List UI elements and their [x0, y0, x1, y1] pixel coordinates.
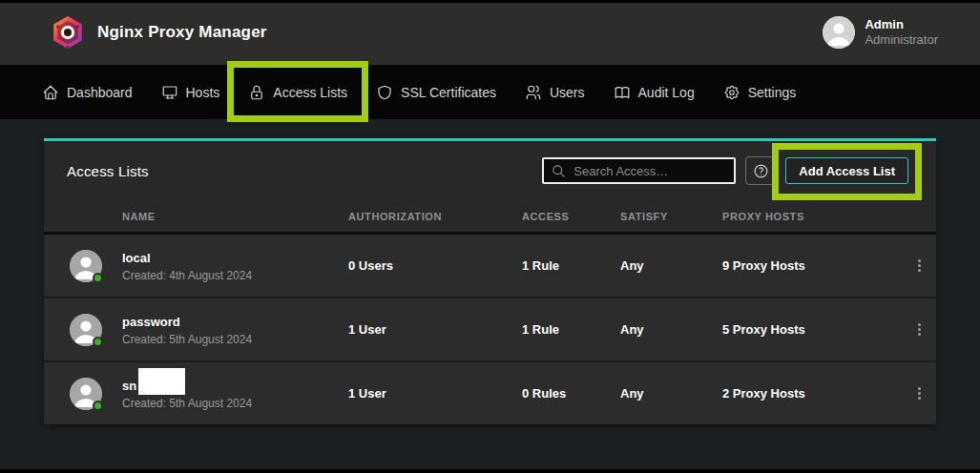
row-menu-button[interactable]: [912, 381, 927, 405]
lock-icon: [248, 84, 265, 101]
column-header-satisfy: Satisfy: [620, 211, 722, 222]
page-title: Access Lists: [67, 163, 149, 179]
nav-item-access-lists[interactable]: Access Lists: [237, 76, 359, 109]
authorization-value: 1 User: [348, 322, 522, 337]
satisfy-value: Any: [620, 258, 722, 273]
nav-item-settings[interactable]: Settings: [712, 76, 808, 109]
avatar: [70, 250, 102, 282]
nav-label: Settings: [748, 85, 797, 100]
created-date: Created: 5th August 2024: [122, 333, 348, 346]
column-header-name: Name: [122, 211, 348, 222]
access-lists-panel: Access Lists Add Access List Name: [44, 138, 936, 424]
nav-label: Hosts: [186, 85, 220, 100]
monitor-icon: [161, 84, 178, 101]
table-row-local: local Created: 4th August 2024 0 Users 1…: [44, 235, 936, 297]
nav-label: Dashboard: [67, 85, 133, 100]
satisfy-value: Any: [620, 386, 722, 401]
search-icon: [552, 164, 566, 178]
table-header: Name Authorization Access Satisfy Proxy …: [44, 200, 936, 232]
online-status-dot: [93, 273, 103, 283]
shield-icon: [376, 84, 393, 101]
access-list-name: local: [122, 251, 151, 265]
access-value: 1 Rule: [522, 258, 620, 273]
column-header-authorization: Authorization: [348, 211, 522, 222]
online-status-dot: [93, 337, 103, 347]
column-header-proxy-hosts: Proxy Hosts: [722, 211, 902, 222]
panel-header: Access Lists Add Access List: [44, 141, 936, 200]
search-input[interactable]: [573, 164, 726, 178]
gear-icon: [723, 84, 740, 101]
home-icon: [42, 84, 59, 101]
proxy-hosts-value: 5 Proxy Hosts: [722, 322, 902, 337]
user-menu[interactable]: Admin Administrator: [823, 16, 938, 49]
help-icon: [753, 163, 769, 179]
table-row-redacted: sn Created: 5th August 2024 1 User 0 Rul…: [44, 362, 936, 424]
user-name: Admin: [865, 17, 938, 32]
nav-item-audit-log[interactable]: Audit Log: [602, 76, 706, 109]
created-date: Created: 4th August 2024: [122, 269, 348, 282]
app-header: Nginx Proxy Manager Admin Administrator: [0, 0, 980, 65]
nav-item-ssl-certificates[interactable]: SSL Certificates: [365, 76, 508, 109]
content-area: Access Lists Add Access List Name: [0, 119, 980, 424]
user-role: Administrator: [865, 32, 938, 48]
nav-label: Audit Log: [638, 85, 695, 100]
online-status-dot: [93, 401, 103, 411]
screen-bottom-edge: [0, 469, 980, 473]
access-value: 1 Rule: [522, 322, 620, 337]
nav-item-dashboard[interactable]: Dashboard: [31, 76, 144, 109]
search-box: [542, 157, 736, 184]
authorization-value: 1 User: [348, 386, 522, 401]
proxy-hosts-value: 9 Proxy Hosts: [722, 258, 902, 273]
add-access-list-button[interactable]: Add Access List: [785, 157, 908, 184]
access-list-name: password: [122, 315, 180, 329]
help-button[interactable]: [745, 156, 776, 185]
screen-top-edge: [0, 0, 980, 3]
access-value: 0 Rules: [522, 386, 620, 401]
satisfy-value: Any: [620, 322, 722, 337]
main-nav: Dashboard Hosts Access Lists SSL Certifi…: [0, 65, 980, 119]
nav-label: SSL Certificates: [401, 85, 496, 100]
nav-item-hosts[interactable]: Hosts: [150, 76, 232, 109]
nav-label: Access Lists: [273, 85, 347, 100]
nav-label: Users: [550, 85, 585, 100]
proxy-hosts-value: 2 Proxy Hosts: [722, 386, 902, 401]
users-icon: [525, 84, 542, 101]
redaction-box: [138, 368, 185, 395]
nginx-proxy-manager-logo: [50, 14, 86, 51]
access-list-name: sn: [122, 379, 136, 393]
created-date: Created: 5th August 2024: [122, 397, 348, 410]
row-menu-button[interactable]: [912, 318, 927, 341]
nav-item-users[interactable]: Users: [513, 76, 596, 109]
row-menu-button[interactable]: [912, 254, 927, 278]
column-header-access: Access: [522, 211, 620, 222]
avatar: [70, 314, 102, 346]
avatar: [70, 378, 102, 410]
authorization-value: 0 Users: [348, 258, 522, 273]
book-icon: [614, 84, 631, 101]
user-avatar: [823, 16, 855, 49]
table-row-password: password Created: 5th August 2024 1 User…: [44, 298, 936, 360]
app-title: Nginx Proxy Manager: [97, 23, 267, 42]
